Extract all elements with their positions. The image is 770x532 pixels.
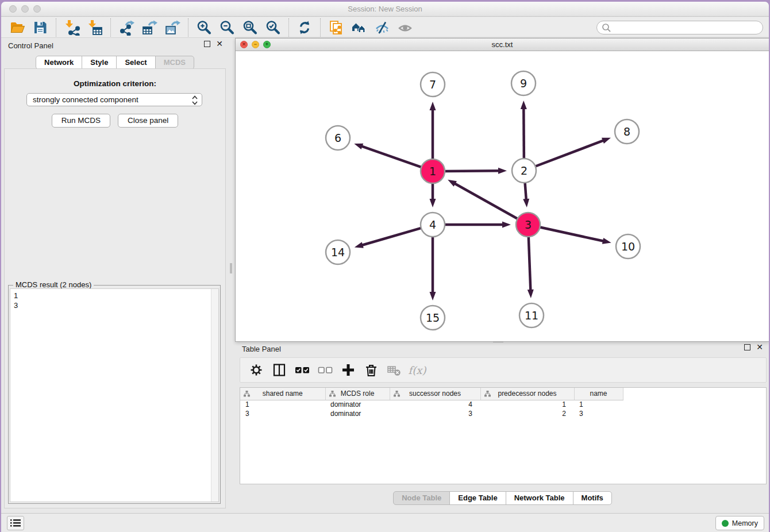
hide-selected-icon[interactable] <box>371 18 394 37</box>
graph-node[interactable]: 10 <box>616 234 640 259</box>
memory-button[interactable]: Memory <box>715 516 764 530</box>
table-panel-tabs: Node Table Edge Table Network Table Moti… <box>234 491 769 505</box>
graph-node[interactable]: 6 <box>326 126 350 150</box>
function-builder-icon[interactable]: f(x) <box>407 360 428 380</box>
unselect-all-columns-icon[interactable] <box>315 360 336 380</box>
vertical-divider-handle[interactable] <box>230 263 232 273</box>
graph-node[interactable]: 7 <box>421 72 445 97</box>
graph-edge[interactable] <box>444 168 507 174</box>
network-canvas[interactable]: 7968124314101511 <box>236 51 769 341</box>
column-header-successor-nodes[interactable]: successor nodes <box>390 388 480 400</box>
svg-text:2: 2 <box>521 164 528 177</box>
table-row[interactable]: 1 dominator 4 1 1 <box>240 400 623 409</box>
mcds-panel-body: Optimization criterion: strongly connect… <box>4 68 226 508</box>
run-mcds-button[interactable]: Run MCDS <box>52 114 110 128</box>
search-field[interactable] <box>596 21 763 34</box>
optimization-criterion-dropdown[interactable]: strongly connected component <box>26 93 202 106</box>
toolbar-separator <box>56 18 56 37</box>
graph-node[interactable]: 4 <box>421 213 445 237</box>
zoom-in-icon[interactable] <box>192 18 215 37</box>
refresh-layout-icon[interactable] <box>293 18 316 37</box>
tab-select[interactable]: Select <box>116 56 155 70</box>
save-session-icon[interactable] <box>29 18 52 37</box>
mcds-result-list[interactable]: 1 3 <box>10 288 219 502</box>
graph-edge[interactable] <box>430 236 436 300</box>
dropdown-value: strongly connected component <box>33 95 138 104</box>
result-scrollbar[interactable] <box>211 289 218 502</box>
graph-edge[interactable] <box>355 228 422 248</box>
tab-node-table[interactable]: Node Table <box>393 491 450 505</box>
graph-edge[interactable] <box>534 138 611 167</box>
graph-edge[interactable] <box>523 182 529 207</box>
import-table-icon[interactable] <box>83 18 106 37</box>
graph-edge[interactable] <box>354 144 422 168</box>
network-window-titlebar[interactable]: ✕ − + scc.txt <box>236 38 769 51</box>
graph-edge[interactable] <box>430 182 436 207</box>
tab-network-table[interactable]: Network Table <box>506 491 573 505</box>
graph-edge[interactable] <box>448 180 518 219</box>
export-image-icon[interactable] <box>161 18 184 37</box>
delete-table-icon[interactable] <box>384 360 405 380</box>
graph-node[interactable]: 8 <box>615 119 639 144</box>
attribute-icon <box>394 391 400 397</box>
graph-node[interactable]: 15 <box>421 306 445 330</box>
optimization-criterion-label: Optimization criterion: <box>5 79 225 88</box>
table-row[interactable]: 3 dominator 3 2 3 <box>240 409 623 418</box>
tab-network[interactable]: Network <box>36 56 82 70</box>
toolbar-separator <box>110 18 111 37</box>
search-input[interactable] <box>611 22 763 33</box>
svg-text:7: 7 <box>429 78 436 91</box>
mcds-result-title: MCDS result (2 nodes) <box>13 280 94 289</box>
graph-node[interactable]: 3 <box>516 213 540 237</box>
add-column-icon[interactable] <box>338 360 359 380</box>
tab-edge-table[interactable]: Edge Table <box>449 491 506 505</box>
column-header-name[interactable]: name <box>574 388 623 400</box>
export-table-icon[interactable] <box>138 18 161 37</box>
svg-text:6: 6 <box>334 132 341 144</box>
graph-node[interactable]: 14 <box>326 240 350 264</box>
svg-text:10: 10 <box>621 240 635 253</box>
control-panel: Control Panel ✕ Network Style Select MCD… <box>1 38 229 510</box>
export-network-icon[interactable] <box>115 18 138 37</box>
close-table-panel-icon[interactable]: ✕ <box>756 344 763 350</box>
control-panel-title: Control Panel <box>8 41 53 50</box>
import-network-icon[interactable] <box>60 18 83 37</box>
tab-motifs[interactable]: Motifs <box>573 491 612 505</box>
graph-node[interactable]: 11 <box>519 303 544 327</box>
window-title: Session: New Session <box>1 5 769 13</box>
graph-node[interactable]: 1 <box>421 159 445 183</box>
show-all-icon[interactable] <box>394 18 417 37</box>
task-history-button[interactable] <box>7 516 24 530</box>
graph-edge[interactable] <box>539 227 611 244</box>
zoom-out-icon[interactable] <box>215 18 238 37</box>
graph-edge[interactable] <box>444 222 511 228</box>
column-header-shared-name[interactable]: shared name <box>240 388 325 400</box>
first-neighbors-icon[interactable] <box>348 18 371 37</box>
zoom-selected-icon[interactable] <box>261 18 284 37</box>
toolbar-separator <box>320 18 321 37</box>
float-table-panel-icon[interactable] <box>744 344 750 350</box>
graph-node[interactable]: 9 <box>511 71 536 95</box>
graph-edge[interactable] <box>521 101 527 160</box>
fit-content-icon[interactable] <box>238 18 261 37</box>
tab-mcds[interactable]: MCDS <box>155 56 194 70</box>
delete-columns-icon[interactable] <box>361 360 382 380</box>
clone-network-icon[interactable] <box>325 18 348 37</box>
table-settings-icon[interactable] <box>246 360 267 380</box>
select-all-columns-icon[interactable] <box>292 360 313 380</box>
control-panel-tabs: Network Style Select MCDS <box>1 56 229 70</box>
column-header-predecessor-nodes[interactable]: predecessor nodes <box>480 388 574 400</box>
close-panel-icon[interactable]: ✕ <box>216 41 223 47</box>
tab-style[interactable]: Style <box>82 56 117 70</box>
graph-edge[interactable] <box>528 236 534 298</box>
graph-node[interactable]: 2 <box>512 159 536 183</box>
attribute-icon <box>244 391 250 397</box>
float-panel-icon[interactable] <box>204 41 210 47</box>
column-layout-icon[interactable] <box>269 360 290 380</box>
graph-edge[interactable] <box>430 102 436 160</box>
open-session-icon[interactable] <box>6 18 29 37</box>
column-header-mcds-role[interactable]: MCDS role <box>325 388 390 400</box>
close-panel-button[interactable]: Close panel <box>118 114 178 128</box>
result-line: 3 <box>14 300 215 310</box>
attribute-icon <box>484 391 491 397</box>
